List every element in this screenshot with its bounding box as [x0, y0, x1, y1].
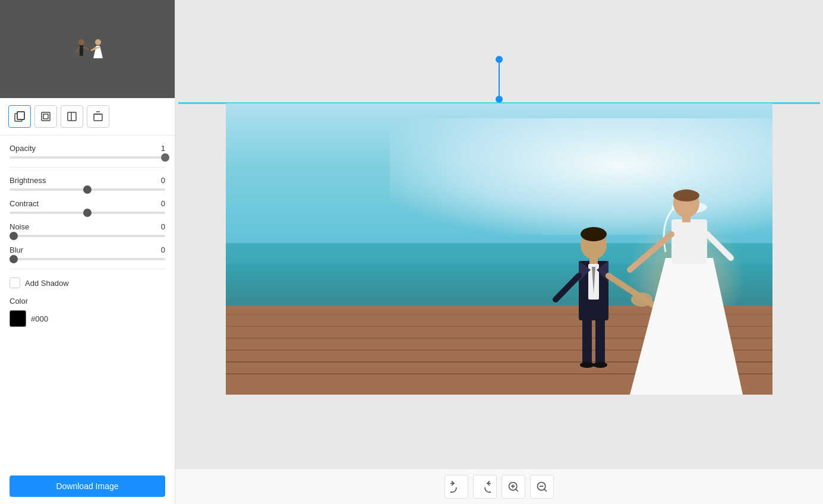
shadow-label: Add Shadow	[25, 279, 69, 288]
zoom-in-button[interactable]	[502, 475, 525, 499]
svg-line-50	[516, 489, 518, 491]
svg-rect-10	[17, 112, 24, 119]
svg-line-54	[544, 489, 547, 491]
brightness-thumb[interactable]	[83, 185, 92, 194]
controls-area: Opacity 1 Brightness 0 Contract 0	[0, 136, 175, 468]
noise-label: Noise	[10, 222, 29, 231]
svg-rect-16	[94, 114, 102, 121]
svg-rect-14	[68, 112, 76, 121]
sidebar: Opacity 1 Brightness 0 Contract 0	[0, 0, 175, 504]
contrast-value: 0	[161, 199, 165, 208]
noise-value: 0	[161, 222, 165, 231]
svg-line-38	[556, 276, 579, 300]
opacity-value: 1	[161, 144, 165, 153]
shadow-row: Add Shadow	[10, 278, 165, 288]
color-hex: #000	[31, 314, 48, 323]
contrast-track[interactable]	[10, 212, 165, 214]
opacity-label: Opacity	[10, 144, 36, 153]
tool-buttons	[0, 98, 175, 136]
color-swatch-row: #000	[10, 310, 165, 327]
noise-thumb[interactable]	[10, 232, 18, 240]
add-shadow-checkbox[interactable]	[10, 278, 20, 288]
control-handle[interactable]	[496, 56, 503, 103]
svg-point-28	[593, 362, 607, 368]
svg-rect-26	[595, 317, 605, 365]
copy-tool-button[interactable]	[8, 105, 31, 128]
noise-slider-group: Noise 0	[10, 222, 165, 237]
blur-value: 0	[161, 245, 165, 254]
brightness-slider-group: Brightness 0	[10, 176, 165, 191]
main-area	[175, 0, 823, 504]
cut-tool-button[interactable]	[34, 105, 57, 128]
svg-rect-25	[582, 317, 592, 365]
brightness-label: Brightness	[10, 176, 46, 185]
bottom-toolbar	[175, 468, 823, 504]
opacity-slider-group: Opacity 1	[10, 144, 165, 159]
svg-point-1	[78, 39, 84, 45]
svg-point-34	[581, 227, 607, 241]
svg-rect-2	[80, 45, 83, 56]
opacity-thumb[interactable]	[161, 153, 169, 162]
contrast-label: Contract	[10, 199, 39, 208]
svg-point-44	[673, 190, 699, 201]
svg-line-47	[707, 234, 731, 258]
svg-rect-13	[43, 114, 48, 119]
canvas-container[interactable]	[175, 0, 823, 468]
wedding-scene-svg	[226, 103, 772, 395]
download-button[interactable]: Download Image	[10, 475, 165, 497]
svg-point-48	[631, 292, 652, 307]
blur-thumb[interactable]	[10, 255, 18, 263]
svg-rect-12	[42, 112, 50, 121]
crop-left-tool-button[interactable]	[61, 105, 83, 128]
opacity-track[interactable]	[10, 156, 165, 159]
brightness-value: 0	[161, 176, 165, 185]
crop-right-tool-button[interactable]	[87, 105, 109, 128]
blur-label: Blur	[10, 245, 23, 254]
color-section: Color #000	[10, 297, 165, 327]
control-dot-top[interactable]	[496, 56, 503, 63]
color-swatch[interactable]	[10, 310, 26, 327]
blur-track[interactable]	[10, 258, 165, 260]
thumbnail-area	[0, 0, 175, 98]
contrast-thumb[interactable]	[83, 209, 92, 217]
brightness-track[interactable]	[10, 188, 165, 191]
control-line-vertical	[499, 63, 500, 96]
svg-point-27	[580, 362, 594, 368]
blur-slider-group: Blur 0	[10, 245, 165, 260]
thumbnail-canvas	[10, 8, 165, 91]
image-wrapper[interactable]	[226, 103, 772, 401]
svg-rect-40	[671, 219, 707, 264]
contrast-slider-group: Contract 0	[10, 199, 165, 214]
redo-button[interactable]	[473, 475, 497, 499]
main-image	[226, 103, 772, 395]
noise-track[interactable]	[10, 235, 165, 237]
svg-point-5	[95, 39, 101, 45]
undo-button[interactable]	[444, 475, 468, 499]
bride-figure	[630, 189, 743, 395]
color-label: Color	[10, 297, 165, 305]
zoom-out-button[interactable]	[530, 475, 554, 499]
